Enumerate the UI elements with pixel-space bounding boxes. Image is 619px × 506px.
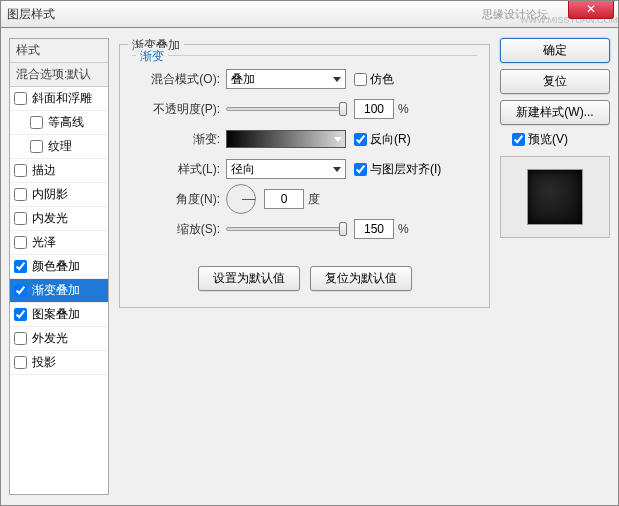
style-select[interactable]: 径向 <box>226 159 346 179</box>
blend-mode-select[interactable]: 叠加 <box>226 69 346 89</box>
angle-dial[interactable] <box>226 184 256 214</box>
ok-button[interactable]: 确定 <box>500 38 610 63</box>
sub-title: 渐变 <box>136 48 168 65</box>
opacity-input[interactable] <box>354 99 394 119</box>
style-label: 图案叠加 <box>32 306 80 323</box>
style-item[interactable]: 等高线 <box>10 111 108 135</box>
style-item[interactable]: 投影 <box>10 351 108 375</box>
style-label: 内发光 <box>32 210 68 227</box>
style-item[interactable]: 描边 <box>10 159 108 183</box>
window-title: 图层样式 <box>7 6 55 23</box>
gradient-overlay-group: 渐变叠加 渐变 混合模式(O): 叠加 仿色 不透明度(P): % <box>119 44 490 308</box>
scale-slider[interactable] <box>226 227 346 231</box>
reverse-checkbox[interactable]: 反向(R) <box>354 131 411 148</box>
styles-header[interactable]: 样式 <box>10 39 108 63</box>
preview-checkbox[interactable]: 预览(V) <box>512 131 610 148</box>
style-checkbox[interactable] <box>14 188 27 201</box>
options-panel: 渐变叠加 渐变 混合模式(O): 叠加 仿色 不透明度(P): % <box>119 38 490 495</box>
style-label: 等高线 <box>48 114 84 131</box>
style-checkbox[interactable] <box>14 212 27 225</box>
style-item[interactable]: 斜面和浮雕 <box>10 87 108 111</box>
style-checkbox[interactable] <box>30 116 43 129</box>
preview-box <box>500 156 610 238</box>
cancel-button[interactable]: 复位 <box>500 69 610 94</box>
gradient-subgroup: 渐变 混合模式(O): 叠加 仿色 不透明度(P): % 渐变: <box>132 55 477 256</box>
style-checkbox[interactable] <box>30 140 43 153</box>
angle-input[interactable] <box>264 189 304 209</box>
titlebar: 图层样式 思缘设计论坛 WWW.MISSYUAN.COM ✕ <box>0 0 619 28</box>
preview-thumbnail <box>527 169 583 225</box>
scale-input[interactable] <box>354 219 394 239</box>
style-label: 颜色叠加 <box>32 258 80 275</box>
angle-label: 角度(N): <box>140 191 220 208</box>
opacity-label: 不透明度(P): <box>140 101 220 118</box>
chevron-down-icon <box>333 77 341 82</box>
dither-checkbox[interactable]: 仿色 <box>354 71 394 88</box>
style-checkbox[interactable] <box>14 260 27 273</box>
style-label: 投影 <box>32 354 56 371</box>
blend-mode-label: 混合模式(O): <box>140 71 220 88</box>
style-checkbox[interactable] <box>14 356 27 369</box>
dialog-body: 样式 混合选项:默认 斜面和浮雕等高线纹理描边内阴影内发光光泽颜色叠加渐变叠加图… <box>0 28 619 506</box>
style-item[interactable]: 渐变叠加 <box>10 279 108 303</box>
close-button[interactable]: ✕ <box>568 1 614 19</box>
style-label: 描边 <box>32 162 56 179</box>
style-item[interactable]: 颜色叠加 <box>10 255 108 279</box>
style-label: 外发光 <box>32 330 68 347</box>
style-checkbox[interactable] <box>14 236 27 249</box>
style-label: 内阴影 <box>32 186 68 203</box>
chevron-down-icon <box>333 167 341 172</box>
gradient-label: 渐变: <box>140 131 220 148</box>
action-panel: 确定 复位 新建样式(W)... 预览(V) <box>500 38 610 495</box>
style-item[interactable]: 外发光 <box>10 327 108 351</box>
scale-label: 缩放(S): <box>140 221 220 238</box>
style-item[interactable]: 纹理 <box>10 135 108 159</box>
align-checkbox[interactable]: 与图层对齐(I) <box>354 161 441 178</box>
style-label: 样式(L): <box>140 161 220 178</box>
opacity-slider[interactable] <box>226 107 346 111</box>
reset-default-button[interactable]: 复位为默认值 <box>310 266 412 291</box>
style-checkbox[interactable] <box>14 164 27 177</box>
style-label: 渐变叠加 <box>32 282 80 299</box>
style-label: 斜面和浮雕 <box>32 90 92 107</box>
style-label: 光泽 <box>32 234 56 251</box>
style-checkbox[interactable] <box>14 92 27 105</box>
close-icon: ✕ <box>586 2 596 16</box>
style-item[interactable]: 内发光 <box>10 207 108 231</box>
style-checkbox[interactable] <box>14 284 27 297</box>
style-checkbox[interactable] <box>14 332 27 345</box>
style-label: 纹理 <box>48 138 72 155</box>
style-item[interactable]: 图案叠加 <box>10 303 108 327</box>
styles-panel: 样式 混合选项:默认 斜面和浮雕等高线纹理描边内阴影内发光光泽颜色叠加渐变叠加图… <box>9 38 109 495</box>
style-list: 斜面和浮雕等高线纹理描边内阴影内发光光泽颜色叠加渐变叠加图案叠加外发光投影 <box>10 87 108 375</box>
style-item[interactable]: 内阴影 <box>10 183 108 207</box>
style-item[interactable]: 光泽 <box>10 231 108 255</box>
gradient-picker[interactable] <box>226 130 346 148</box>
make-default-button[interactable]: 设置为默认值 <box>198 266 300 291</box>
style-checkbox[interactable] <box>14 308 27 321</box>
new-style-button[interactable]: 新建样式(W)... <box>500 100 610 125</box>
chevron-down-icon <box>334 137 342 142</box>
blend-options-header[interactable]: 混合选项:默认 <box>10 63 108 87</box>
